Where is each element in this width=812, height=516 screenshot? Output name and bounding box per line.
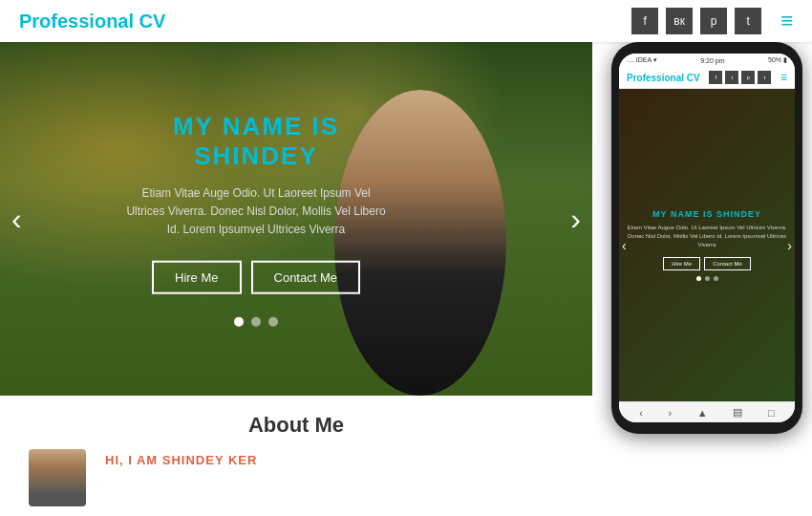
phone-twitter-icon[interactable]: t — [725, 71, 738, 84]
phone-hero-title: MY NAME IS SHINDEY — [652, 209, 761, 219]
prev-slide-arrow[interactable]: ‹ — [11, 202, 22, 237]
phone-logo-text: Professional — [627, 73, 687, 83]
next-slide-arrow[interactable]: › — [570, 202, 581, 237]
phone-outer-frame: .... IDEA ▾ 9:20 pm 50% ▮ Professional C… — [611, 42, 802, 434]
phone-forward-icon[interactable]: › — [669, 407, 673, 419]
slide-dot-3[interactable] — [268, 316, 278, 326]
phone-vk-icon[interactable]: t — [758, 71, 771, 84]
facebook-icon[interactable]: f — [631, 8, 658, 34]
hero-content: MY NAME IS SHINDEY Etiam Vitae Auge Odio… — [122, 112, 390, 327]
phone-hero-description: Etiam Vitae Augue Odio. Ut Laoreet Ipsum… — [627, 224, 787, 249]
phone-back-icon[interactable]: ‹ — [639, 407, 643, 419]
menu-icon[interactable]: ≡ — [780, 9, 793, 33]
phone-bookmarks-icon[interactable]: ▤ — [733, 406, 742, 419]
hero-title-highlight: SHINDEY — [194, 141, 318, 170]
about-content: HI, I AM SHINDEY KER — [0, 449, 592, 506]
phone-dot-3[interactable] — [714, 276, 718, 281]
phone-social-icons: f t p t — [709, 71, 771, 84]
phone-dot-1[interactable] — [696, 276, 701, 281]
header-right: f вк p t ≡ — [631, 8, 793, 34]
logo-bold: CV — [139, 11, 166, 32]
hero-section: ‹ › MY NAME IS SHINDEY Etiam Vitae Auge … — [0, 42, 592, 396]
phone-time: 9:20 pm — [700, 57, 724, 64]
hire-me-button[interactable]: Hire Me — [152, 260, 242, 293]
phone-slide-dots — [696, 276, 718, 281]
about-avatar-image — [29, 449, 86, 506]
site-logo[interactable]: Professional CV — [19, 11, 165, 32]
phone-pinterest-icon[interactable]: p — [741, 71, 755, 84]
pinterest-icon[interactable]: p — [700, 8, 727, 34]
phone-hero-section: ‹ › MY NAME IS SHINDEY Etiam Vitae Augue… — [619, 89, 795, 401]
slide-dot-1[interactable] — [234, 316, 244, 326]
phone-menu-icon[interactable]: ≡ — [780, 71, 787, 84]
phone-share-icon[interactable]: ▲ — [697, 407, 708, 419]
phone-tabs-icon[interactable]: □ — [768, 407, 775, 419]
about-section: About Me HI, I AM SHINDEY KER — [0, 396, 592, 516]
phone-prev-arrow[interactable]: ‹ — [622, 238, 627, 253]
phone-logo-bold: CV — [687, 73, 700, 83]
phone-carrier: .... IDEA ▾ — [627, 56, 657, 64]
site-header: Professional CV f вк p t ≡ — [0, 0, 812, 42]
phone-hire-button[interactable]: Hire Me — [663, 257, 700, 270]
phone-battery: 50% ▮ — [768, 56, 787, 64]
slide-dot-2[interactable] — [251, 316, 261, 326]
twitter-icon[interactable]: t — [735, 8, 761, 34]
about-title: About Me — [0, 396, 592, 449]
about-subtitle: HI, I AM SHINDEY KER — [105, 449, 257, 467]
phone-facebook-icon[interactable]: f — [709, 71, 722, 84]
phone-mockup: .... IDEA ▾ 9:20 pm 50% ▮ Professional C… — [611, 42, 802, 443]
phone-next-arrow[interactable]: › — [787, 238, 792, 253]
hero-description: Etiam Vitae Auge Odio. Ut Laoreet Ipsum … — [122, 184, 390, 240]
phone-contact-button[interactable]: Contact Me — [704, 257, 751, 270]
phone-title-prefix: MY NAME IS — [652, 209, 716, 219]
vk-icon[interactable]: вк — [666, 8, 693, 34]
hero-background: ‹ › MY NAME IS SHINDEY Etiam Vitae Auge … — [0, 42, 592, 396]
phone-hero-buttons: Hire Me Contact Me — [663, 257, 751, 270]
logo-text: Professional — [19, 11, 139, 32]
hero-buttons: Hire Me Contact Me — [122, 260, 390, 293]
contact-me-button[interactable]: Contact Me — [251, 260, 360, 293]
slide-dots — [122, 316, 390, 326]
phone-title-highlight: SHINDEY — [716, 209, 761, 219]
phone-dot-2[interactable] — [705, 276, 710, 281]
phone-header: Professional CV f t p t ≡ — [619, 67, 795, 89]
hero-title-prefix: MY NAME IS — [173, 112, 339, 140]
phone-browser-bar: ‹ › ▲ ▤ □ — [619, 401, 795, 422]
hero-title: MY NAME IS SHINDEY — [122, 112, 390, 171]
phone-status-bar: .... IDEA ▾ 9:20 pm 50% ▮ — [619, 54, 795, 67]
phone-logo: Professional CV — [627, 73, 700, 83]
phone-screen: .... IDEA ▾ 9:20 pm 50% ▮ Professional C… — [619, 54, 795, 422]
